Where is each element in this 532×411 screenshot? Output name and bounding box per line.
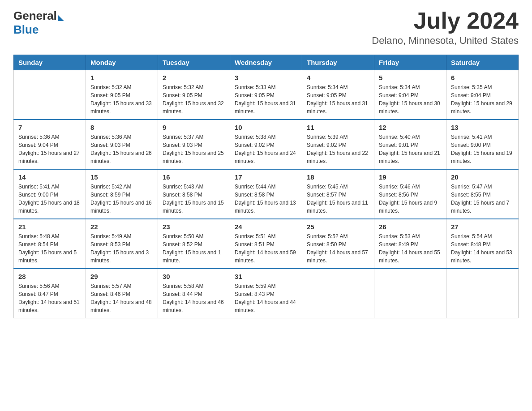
day-number: 31 [235,273,297,280]
day-number: 1 [90,74,153,81]
day-info: Sunrise: 5:54 AM Sunset: 8:48 PM Dayligh… [451,232,514,265]
day-number: 11 [307,124,369,131]
calendar-day-cell: 6Sunrise: 5:35 AM Sunset: 9:04 PM Daylig… [446,70,519,120]
day-info: Sunrise: 5:33 AM Sunset: 9:05 PM Dayligh… [235,83,297,116]
day-number: 29 [90,273,153,280]
day-info: Sunrise: 5:32 AM Sunset: 9:05 PM Dayligh… [90,83,153,116]
day-of-week-header: Saturday [446,55,519,70]
day-info: Sunrise: 5:34 AM Sunset: 9:04 PM Dayligh… [379,83,442,116]
day-info: Sunrise: 5:40 AM Sunset: 9:01 PM Dayligh… [379,133,442,165]
day-number: 25 [307,223,369,231]
day-of-week-header: Tuesday [158,55,230,70]
calendar-subtitle: Delano, Minnesota, United States [372,35,519,47]
day-number: 10 [235,124,297,131]
calendar-day-cell: 11Sunrise: 5:39 AM Sunset: 9:02 PM Dayli… [302,120,374,169]
logo: General Blue [13,9,64,37]
day-number: 24 [235,223,297,231]
day-info: Sunrise: 5:37 AM Sunset: 9:03 PM Dayligh… [163,133,225,165]
calendar-day-cell: 17Sunrise: 5:44 AM Sunset: 8:58 PM Dayli… [230,169,302,219]
calendar-week-row: 14Sunrise: 5:41 AM Sunset: 9:00 PM Dayli… [14,169,519,219]
day-number: 6 [451,74,514,81]
calendar-day-cell [374,269,446,318]
day-number: 16 [163,173,225,181]
calendar-title: July 2024 [372,9,519,32]
day-number: 27 [451,223,514,231]
calendar-day-cell: 28Sunrise: 5:56 AM Sunset: 8:47 PM Dayli… [14,269,86,318]
day-of-week-header: Thursday [302,55,374,70]
logo-general-text: General [13,9,57,23]
calendar-day-cell: 1Sunrise: 5:32 AM Sunset: 9:05 PM Daylig… [86,70,158,120]
day-info: Sunrise: 5:43 AM Sunset: 8:58 PM Dayligh… [163,183,225,215]
logo-icon: General Blue [13,9,64,37]
day-info: Sunrise: 5:42 AM Sunset: 8:59 PM Dayligh… [90,183,153,215]
day-info: Sunrise: 5:32 AM Sunset: 9:05 PM Dayligh… [163,83,225,116]
day-info: Sunrise: 5:47 AM Sunset: 8:55 PM Dayligh… [451,183,514,215]
day-number: 13 [451,124,514,131]
day-info: Sunrise: 5:35 AM Sunset: 9:04 PM Dayligh… [451,83,514,116]
day-number: 19 [379,173,442,181]
calendar-day-cell: 12Sunrise: 5:40 AM Sunset: 9:01 PM Dayli… [374,120,446,169]
calendar-day-cell: 10Sunrise: 5:38 AM Sunset: 9:02 PM Dayli… [230,120,302,169]
day-info: Sunrise: 5:46 AM Sunset: 8:56 PM Dayligh… [379,183,442,215]
calendar-day-cell: 15Sunrise: 5:42 AM Sunset: 8:59 PM Dayli… [86,169,158,219]
day-number: 4 [307,74,369,81]
day-info: Sunrise: 5:36 AM Sunset: 9:03 PM Dayligh… [90,133,153,165]
calendar-day-cell: 16Sunrise: 5:43 AM Sunset: 8:58 PM Dayli… [158,169,230,219]
day-number: 17 [235,173,297,181]
calendar-day-cell: 22Sunrise: 5:49 AM Sunset: 8:53 PM Dayli… [86,219,158,269]
day-number: 22 [90,223,153,231]
calendar-day-cell: 27Sunrise: 5:54 AM Sunset: 8:48 PM Dayli… [446,219,519,269]
calendar-day-cell: 7Sunrise: 5:36 AM Sunset: 9:04 PM Daylig… [14,120,86,169]
day-info: Sunrise: 5:49 AM Sunset: 8:53 PM Dayligh… [90,232,153,265]
day-number: 26 [379,223,442,231]
calendar-day-cell: 4Sunrise: 5:34 AM Sunset: 9:05 PM Daylig… [302,70,374,120]
calendar-day-cell: 19Sunrise: 5:46 AM Sunset: 8:56 PM Dayli… [374,169,446,219]
day-info: Sunrise: 5:38 AM Sunset: 9:02 PM Dayligh… [235,133,297,165]
day-of-week-header: Sunday [14,55,86,70]
calendar-day-cell: 30Sunrise: 5:58 AM Sunset: 8:44 PM Dayli… [158,269,230,318]
calendar-day-cell [302,269,374,318]
day-info: Sunrise: 5:59 AM Sunset: 8:43 PM Dayligh… [235,282,297,314]
calendar-day-cell: 23Sunrise: 5:50 AM Sunset: 8:52 PM Dayli… [158,219,230,269]
calendar-day-cell: 20Sunrise: 5:47 AM Sunset: 8:55 PM Dayli… [446,169,519,219]
calendar-day-cell: 21Sunrise: 5:48 AM Sunset: 8:54 PM Dayli… [14,219,86,269]
day-number: 9 [163,124,225,131]
day-number: 21 [18,223,81,231]
day-info: Sunrise: 5:57 AM Sunset: 8:46 PM Dayligh… [90,282,153,314]
day-number: 28 [18,273,81,280]
day-info: Sunrise: 5:53 AM Sunset: 8:49 PM Dayligh… [379,232,442,265]
day-info: Sunrise: 5:41 AM Sunset: 9:00 PM Dayligh… [451,133,514,165]
day-info: Sunrise: 5:39 AM Sunset: 9:02 PM Dayligh… [307,133,369,165]
day-number: 23 [163,223,225,231]
calendar-day-cell: 3Sunrise: 5:33 AM Sunset: 9:05 PM Daylig… [230,70,302,120]
logo-triangle-icon [58,15,64,21]
day-info: Sunrise: 5:50 AM Sunset: 8:52 PM Dayligh… [163,232,225,265]
day-number: 18 [307,173,369,181]
calendar-header-row: SundayMondayTuesdayWednesdayThursdayFrid… [14,55,519,70]
logo-blue-text: Blue [13,23,39,37]
calendar-day-cell: 25Sunrise: 5:52 AM Sunset: 8:50 PM Dayli… [302,219,374,269]
day-number: 5 [379,74,442,81]
calendar-day-cell: 31Sunrise: 5:59 AM Sunset: 8:43 PM Dayli… [230,269,302,318]
day-info: Sunrise: 5:51 AM Sunset: 8:51 PM Dayligh… [235,232,297,265]
title-block: July 2024 Delano, Minnesota, United Stat… [372,9,519,47]
day-number: 8 [90,124,153,131]
calendar-day-cell: 18Sunrise: 5:45 AM Sunset: 8:57 PM Dayli… [302,169,374,219]
day-of-week-header: Monday [86,55,158,70]
day-info: Sunrise: 5:45 AM Sunset: 8:57 PM Dayligh… [307,183,369,215]
day-number: 3 [235,74,297,81]
calendar-day-cell [446,269,519,318]
page-header: General Blue July 2024 Delano, Minnesota… [13,9,519,47]
calendar-day-cell: 9Sunrise: 5:37 AM Sunset: 9:03 PM Daylig… [158,120,230,169]
day-info: Sunrise: 5:48 AM Sunset: 8:54 PM Dayligh… [18,232,81,265]
day-info: Sunrise: 5:36 AM Sunset: 9:04 PM Dayligh… [18,133,81,165]
day-info: Sunrise: 5:52 AM Sunset: 8:50 PM Dayligh… [307,232,369,265]
calendar-week-row: 1Sunrise: 5:32 AM Sunset: 9:05 PM Daylig… [14,70,519,120]
calendar-day-cell: 24Sunrise: 5:51 AM Sunset: 8:51 PM Dayli… [230,219,302,269]
day-of-week-header: Friday [374,55,446,70]
day-info: Sunrise: 5:56 AM Sunset: 8:47 PM Dayligh… [18,282,81,314]
calendar-week-row: 7Sunrise: 5:36 AM Sunset: 9:04 PM Daylig… [14,120,519,169]
calendar-day-cell: 8Sunrise: 5:36 AM Sunset: 9:03 PM Daylig… [86,120,158,169]
day-info: Sunrise: 5:34 AM Sunset: 9:05 PM Dayligh… [307,83,369,116]
calendar-day-cell: 29Sunrise: 5:57 AM Sunset: 8:46 PM Dayli… [86,269,158,318]
